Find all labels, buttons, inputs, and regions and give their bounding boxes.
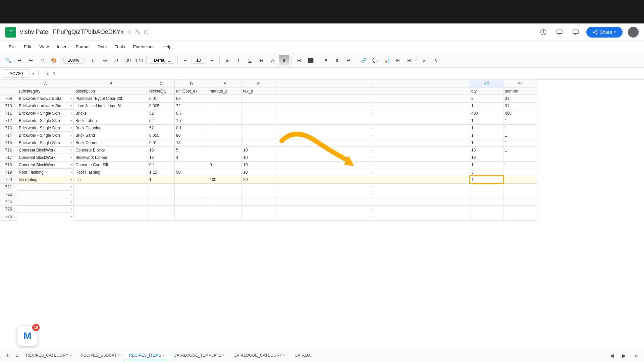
cell-recipe-qty[interactable] <box>148 205 175 213</box>
dropdown-arrow-icon[interactable]: ▾ <box>70 126 72 130</box>
cell-uom-inc[interactable]: 01 <box>503 95 537 103</box>
cell-qty[interactable]: 1 <box>470 124 503 132</box>
cell-markup[interactable]: 0 <box>208 161 242 169</box>
dropdown-arrow-icon[interactable]: ▾ <box>70 215 72 218</box>
dropdown-arrow-icon[interactable]: ▾ <box>70 148 72 152</box>
cell-subcategory[interactable]: Brickwork - Single Skin▾ <box>17 117 74 124</box>
cell-markup[interactable] <box>208 95 242 103</box>
cell-markup[interactable] <box>208 117 242 124</box>
cell-qty[interactable]: 2 <box>470 95 503 103</box>
cell-tax[interactable] <box>242 95 275 103</box>
cell-tax[interactable] <box>242 191 275 198</box>
sum-button[interactable]: Σ <box>419 55 430 66</box>
cell-description[interactable]: Brick Labour <box>74 117 148 124</box>
cell-qty[interactable] <box>470 191 503 198</box>
cell-qty[interactable]: 13 <box>470 146 503 154</box>
font-size-selector[interactable]: 10 <box>191 57 206 64</box>
cell-qty[interactable]: 1 <box>470 132 503 139</box>
dropdown-arrow-icon[interactable]: ▾ <box>70 156 72 159</box>
cell-qty[interactable]: 1 <box>470 102 503 110</box>
menu-insert[interactable]: Insert <box>53 43 71 51</box>
cell-subcategory[interactable]: ▾ <box>17 198 74 205</box>
col-header-a[interactable]: A <box>17 80 74 87</box>
history-icon[interactable] <box>538 27 549 38</box>
cell-uom-inc[interactable] <box>503 154 537 161</box>
cell-recipe-qty[interactable] <box>148 183 175 191</box>
cell-markup[interactable] <box>208 124 242 132</box>
decimal-decrease-button[interactable]: .0 <box>111 55 121 66</box>
cell-markup[interactable] <box>208 154 242 161</box>
redo-button[interactable]: ↪ <box>25 55 36 66</box>
cell-uom-inc[interactable] <box>503 213 537 220</box>
cell-uom-inc[interactable]: 1 <box>503 161 537 169</box>
cell-subcategory[interactable]: Brickwork - Single Skin▾ <box>17 110 74 117</box>
cell-qty[interactable] <box>470 183 503 191</box>
menu-extensions[interactable]: Extensions <box>130 43 158 51</box>
text-wrap-button[interactable]: ↵ <box>343 55 354 66</box>
cell-subcategory[interactable]: Brickwork - Single Skin▾ <box>17 132 74 139</box>
cell-subcategory[interactable]: Brickwork - Single Skin▾ <box>17 139 74 146</box>
cell-reference-input[interactable] <box>3 69 30 78</box>
cell-tax[interactable] <box>242 183 275 191</box>
cell-tax[interactable] <box>242 102 275 110</box>
merge-button[interactable]: ⬛ <box>305 55 316 66</box>
col-header-aj[interactable]: AJ <box>503 80 537 87</box>
dropdown-arrow-icon[interactable]: ▾ <box>70 207 72 211</box>
cell-recipe-qty[interactable] <box>148 198 175 205</box>
format-123-button[interactable]: 123 <box>133 55 144 66</box>
cell-description[interactable]: Blockwork Labour <box>74 154 148 161</box>
cell-markup[interactable] <box>208 102 242 110</box>
cell-description[interactable]: tile <box>74 176 148 183</box>
dropdown-arrow-icon[interactable]: ▾ <box>70 112 72 115</box>
cell-tax[interactable]: 10 <box>242 169 275 176</box>
cell-uom-inc[interactable] <box>503 198 537 205</box>
cell-description[interactable]: Bricks <box>74 110 148 117</box>
cell-subcategory[interactable]: Concreat BlockWork▾ <box>17 146 74 154</box>
cell-recipe-qty[interactable]: 52 <box>148 110 175 117</box>
cell-description[interactable] <box>74 205 148 213</box>
cell-unit-cost[interactable] <box>175 191 208 198</box>
zoom-selector[interactable]: 100% <box>63 57 84 64</box>
cell-recipe-qty[interactable]: 13 <box>148 154 175 161</box>
cell-qty[interactable] <box>470 213 503 220</box>
scroll-sheets-left[interactable]: ◀ <box>606 350 617 361</box>
cell-description[interactable]: Brick Cement <box>74 139 148 146</box>
cell-unit-cost[interactable] <box>175 161 208 169</box>
cell-subcategory[interactable]: Brickwork hardware Sta▾ <box>17 102 74 110</box>
scroll-sheets-right[interactable]: ▶ <box>619 350 629 361</box>
menu-view[interactable]: View <box>36 43 52 51</box>
dropdown-arrow-icon[interactable]: ▾ <box>70 104 72 108</box>
cell-tax[interactable] <box>242 198 275 205</box>
bold-button[interactable]: B <box>222 55 232 66</box>
cell-description[interactable]: Lime Juice Liquid Lime 5L <box>74 102 148 110</box>
font-selector[interactable]: Defaul... <box>149 57 175 64</box>
align-left-button[interactable]: ≡ <box>320 55 331 66</box>
cell-recipe-qty[interactable] <box>148 213 175 220</box>
cell-description[interactable]: Roof Flashing <box>74 169 148 176</box>
cell-markup[interactable] <box>208 110 242 117</box>
sheet-list-button[interactable]: ≡ <box>12 351 21 360</box>
cell-markup[interactable] <box>208 146 242 154</box>
cell-uom-inc[interactable] <box>503 176 537 183</box>
cell-description[interactable]: Concrete Core Fill <box>74 161 148 169</box>
cell-tax[interactable] <box>242 117 275 124</box>
cell-description[interactable] <box>74 191 148 198</box>
cell-recipe-qty[interactable]: 52 <box>148 117 175 124</box>
tab-recipes-items[interactable]: RECIPES_ITEMS ▾ <box>124 351 169 360</box>
cell-markup[interactable] <box>208 132 242 139</box>
cell-unit-cost[interactable]: 0.7 <box>175 110 208 117</box>
cell-recipe-qty[interactable]: 0.1 <box>148 161 175 169</box>
cell-unit-cost[interactable] <box>175 205 208 213</box>
dropdown-arrow-icon[interactable]: ▾ <box>70 171 72 174</box>
cell-subcategory[interactable]: ▾ <box>17 191 74 198</box>
cell-tax[interactable] <box>242 110 275 117</box>
cell-markup[interactable] <box>208 183 242 191</box>
cell-qty[interactable]: 1 <box>470 139 503 146</box>
dropdown-arrow-icon[interactable]: ▾ <box>70 178 72 181</box>
cell-uom-inc[interactable]: 01 <box>503 102 537 110</box>
dropdown-arrow-icon[interactable]: ▾ <box>70 185 72 189</box>
cell-recipe-qty[interactable]: 0.01 <box>148 139 175 146</box>
cell-uom-inc[interactable]: 400 <box>503 110 537 117</box>
cell-subcategory[interactable]: Brickwork hardware Sta▾ <box>17 95 74 102</box>
cell-tax[interactable] <box>242 139 275 146</box>
